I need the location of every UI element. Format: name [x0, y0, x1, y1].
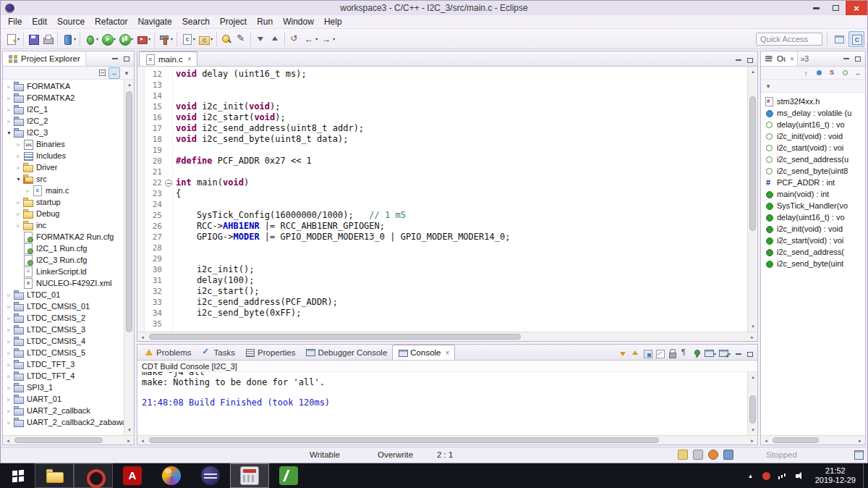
menu-item-project[interactable]: Project [215, 15, 252, 28]
menu-item-edit[interactable]: Edit [27, 15, 52, 28]
puzzle-icon[interactable] [723, 450, 733, 460]
code-line[interactable]: i2c_send_address(PCF_ADDR); [176, 297, 747, 308]
tree-item-binaries[interactable]: ▹Binaries [3, 138, 124, 150]
view-overflow-chevron[interactable]: »3 [801, 55, 809, 63]
print-button[interactable] [41, 31, 55, 47]
insert-mode-status[interactable]: Overwrite [378, 450, 413, 459]
calculator-app-button[interactable] [230, 463, 269, 488]
scrollbar-thumb[interactable] [749, 395, 756, 424]
eclipse-button[interactable] [191, 463, 230, 488]
code-line[interactable] [176, 243, 747, 253]
twistie-icon[interactable]: ▹ [5, 408, 13, 414]
code-line[interactable]: void delay (uint16_t ms); [176, 69, 747, 80]
close-icon[interactable]: × [187, 55, 192, 63]
code-line[interactable] [176, 319, 747, 329]
outline-item[interactable]: i2c_init(void) : void [761, 130, 865, 142]
tab-problems[interactable]: Problems [139, 345, 197, 360]
tree-item-formatka[interactable]: ▹FORMATKA [3, 80, 124, 92]
last-edit-location-button[interactable] [287, 31, 302, 47]
outline-item[interactable]: i2c_send_address(u [761, 153, 865, 165]
editor-tab-main-c[interactable]: main.c × [139, 51, 197, 66]
volume-icon[interactable] [795, 471, 804, 481]
hide-non-public-members-button[interactable] [839, 67, 851, 79]
twistie-icon[interactable]: ▹ [5, 315, 13, 321]
scrollbar-thumb[interactable] [149, 437, 659, 443]
previous-annotation-button[interactable] [268, 31, 282, 47]
console-output[interactable]: make -j4 allmake: Nothing to be done for… [137, 372, 747, 435]
outline-item[interactable]: i2c_start(void) : voi [761, 235, 865, 246]
code-line[interactable] [176, 253, 747, 264]
minimize-view-button[interactable] [841, 53, 852, 64]
palette-icon[interactable] [693, 450, 703, 460]
tree-item-uart-2-callback2-zabawa-st[interactable]: ▹UART_2_callback2_zabawa_st [3, 416, 124, 428]
twistie-icon[interactable]: ▹ [24, 188, 32, 194]
code-line[interactable]: GPIOG->MODER |= GPIO_MODER_MODER13_0 | G… [176, 232, 747, 243]
show-console-on-output-button[interactable] [642, 347, 653, 360]
collapse-all-button[interactable] [96, 67, 108, 79]
code-line[interactable] [176, 199, 747, 210]
quick-access-input[interactable]: Quick Access [756, 33, 822, 46]
tree-item-inc[interactable]: ▹inc [3, 219, 124, 231]
outline-item[interactable]: delay(uint16_t) : vo [761, 119, 865, 130]
code-line[interactable] [176, 145, 747, 156]
twistie-icon[interactable]: ▹ [5, 396, 13, 403]
twistie-icon[interactable]: ▾ [5, 130, 13, 136]
tab-tasks[interactable]: Tasks [197, 345, 240, 360]
show-desktop-button[interactable] [863, 463, 868, 488]
scrollbar-thumb[interactable] [126, 91, 132, 332]
twistie-icon[interactable]: ▹ [5, 338, 13, 345]
tree-item-ltdc-cmsis-3[interactable]: ▹LTDC_CMSIS_3 [3, 324, 124, 335]
external-tools-button[interactable] [135, 31, 152, 47]
tray-app-icon[interactable] [762, 471, 771, 481]
pin-console-button[interactable] [691, 347, 702, 360]
twistie-icon[interactable]: ▹ [5, 373, 13, 379]
maximize-editor-button[interactable] [744, 54, 756, 66]
tree-item-nucleo-f429zi-xml[interactable]: NUCLEO-F429ZI.xml [3, 277, 124, 289]
twistie-icon[interactable]: ▹ [5, 327, 13, 333]
outline-item[interactable]: i2c_init(void) : void [761, 223, 865, 235]
clear-console-button[interactable] [654, 347, 665, 360]
hide-static-members-button[interactable]: S [826, 67, 838, 79]
new-c-project-button[interactable] [197, 31, 214, 47]
maximize-view-button[interactable] [744, 348, 756, 360]
adobe-reader-button[interactable] [113, 463, 152, 488]
minimize-view-button[interactable] [733, 348, 744, 360]
twistie-icon[interactable]: ▹ [14, 199, 22, 206]
wrench-icon[interactable] [678, 450, 688, 460]
twistie-icon[interactable]: ▹ [14, 164, 22, 171]
tab-console[interactable]: Console× [392, 345, 455, 360]
sphere-app-button[interactable] [152, 463, 191, 488]
close-icon[interactable]: × [446, 349, 450, 357]
menu-item-navigate[interactable]: Navigate [132, 15, 176, 28]
word-wrap-button[interactable] [678, 347, 690, 360]
green-app-button[interactable] [269, 463, 308, 488]
minimize-button[interactable] [807, 1, 826, 15]
file-explorer-button[interactable] [35, 463, 74, 488]
tree-item-driver[interactable]: ▹Driver [3, 161, 124, 173]
hide-fields-button[interactable] [813, 67, 825, 79]
scroll-right-icon[interactable]: ▸ [124, 436, 134, 445]
menu-item-search[interactable]: Search [177, 15, 215, 28]
outline-item[interactable]: i2c_send_byte(uint8 [761, 165, 865, 177]
twistie-icon[interactable]: ▹ [14, 141, 22, 148]
code-line[interactable] [176, 80, 747, 91]
tree-item-ltdc-tft-3[interactable]: ▹LTDC_TFT_3 [3, 358, 124, 370]
tree-item-main-c[interactable]: ▹main.c [3, 185, 124, 196]
code-line[interactable]: void i2c_send_address(uint8_t addr); [176, 123, 747, 134]
tree-item-debug[interactable]: ▹Debug [3, 208, 124, 219]
next-console-page-button[interactable] [617, 347, 629, 360]
code-editor[interactable]: void delay (uint16_t ms); void i2c_init(… [173, 67, 747, 332]
link-with-editor-button[interactable]: ↔ [109, 67, 120, 79]
outline-item[interactable]: i2c_start(void) : voi [761, 142, 865, 153]
open-console-button[interactable] [718, 347, 731, 360]
scroll-right-icon[interactable]: ▸ [747, 332, 757, 342]
menu-item-help[interactable]: Help [319, 15, 347, 28]
twistie-icon[interactable]: ▹ [14, 153, 22, 159]
code-line[interactable]: i2c_send_byte(0xFF); [176, 308, 747, 319]
new-wizard-button[interactable] [4, 31, 21, 47]
tree-item-startup[interactable]: ▹startup [3, 196, 124, 208]
console-horizontal-scrollbar[interactable]: ◂ ▸ [137, 435, 757, 445]
line-numbers[interactable]: 1213141516171819202122232425262728293031… [145, 67, 164, 332]
twistie-icon[interactable]: ▹ [5, 118, 13, 125]
tree-item-i2c-2[interactable]: ▹I2C_2 [3, 115, 124, 127]
